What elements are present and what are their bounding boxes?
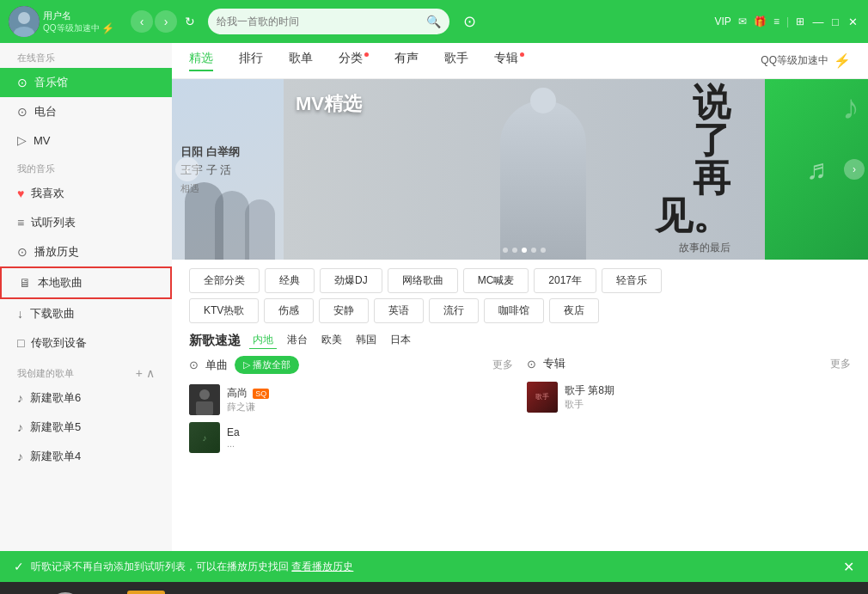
banner-main: MV精选 说了再见。 故事的最后 xyxy=(284,79,765,260)
sidebar-item-local-songs[interactable]: 🖥 本地歌曲 xyxy=(0,266,172,299)
tab-albums[interactable]: 专辑 xyxy=(494,51,524,71)
tab-playlists[interactable]: 歌单 xyxy=(289,51,313,71)
notif-link[interactable]: 查看播放历史 xyxy=(291,560,353,573)
sidebar-item-playlist-6[interactable]: ♪ 新建歌单6 xyxy=(0,383,172,413)
new-songs-section: 新歌速递 内地 港台 欧美 韩国 日本 ⊙ 单曲 ▷ xyxy=(172,332,868,551)
refresh-button[interactable]: ↻ xyxy=(179,10,201,33)
sidebar-item-history[interactable]: ⊙ 播放历史 xyxy=(0,237,172,266)
history-icon: ⊙ xyxy=(17,245,28,259)
play-all-button[interactable]: ▷ 播放全部 xyxy=(235,356,299,374)
search-icon[interactable]: 🔍 xyxy=(426,15,441,28)
song-artist-2: ... xyxy=(227,438,513,449)
cat-mc[interactable]: MC喊麦 xyxy=(463,268,529,293)
player-album-art[interactable]: ▦ xyxy=(127,591,165,594)
tabs-right: QQ等级加速中 ⚡ xyxy=(761,52,851,69)
sidebar-item-music-hall[interactable]: ⊙ 音乐馆 xyxy=(0,68,172,97)
region-tabs: 内地 港台 欧美 韩国 日本 xyxy=(249,332,414,349)
region-hktw[interactable]: 港台 xyxy=(284,332,311,349)
sq-badge: SQ xyxy=(253,389,269,399)
banner-right: ♪ ♬ › xyxy=(765,79,868,260)
sidebar-item-playlist-5[interactable]: ♪ 新建歌单5 xyxy=(0,413,172,442)
sidebar-item-mv[interactable]: ▷ MV xyxy=(0,126,172,154)
tab-artists[interactable]: 歌手 xyxy=(444,51,468,71)
tab-chart[interactable]: 排行 xyxy=(239,51,263,71)
sidebar-item-playlist[interactable]: ≡ 试听列表 xyxy=(0,208,172,237)
skin-icon[interactable]: ⊞ xyxy=(796,15,804,28)
gift-icon[interactable]: 🎁 xyxy=(754,15,767,28)
region-western[interactable]: 欧美 xyxy=(318,332,345,349)
avatar[interactable] xyxy=(9,6,40,37)
avatar-area: 用户名 QQ等级加速中 ⚡ xyxy=(9,6,120,37)
cat-internet[interactable]: 网络歌曲 xyxy=(388,268,458,293)
close-button[interactable]: ✕ xyxy=(846,15,859,28)
cat-cafe[interactable]: 咖啡馆 xyxy=(484,298,544,323)
forward-button[interactable]: › xyxy=(155,10,177,33)
svg-point-4 xyxy=(199,389,210,400)
sidebar-item-radio[interactable]: ⊙ 电台 xyxy=(0,97,172,126)
cat-sad[interactable]: 伤感 xyxy=(264,298,314,323)
cat-light[interactable]: 轻音乐 xyxy=(602,268,662,293)
maximize-button[interactable]: □ xyxy=(828,15,842,28)
tab-categories[interactable]: 分类 xyxy=(339,51,369,71)
banner-main-sub: 故事的最后 xyxy=(655,241,730,255)
tab-featured[interactable]: 精选 xyxy=(189,51,213,71)
singles-column: ⊙ 单曲 ▷ 播放全部 更多 xyxy=(189,356,513,456)
dot-5[interactable] xyxy=(541,248,546,253)
titlebar: 用户名 QQ等级加速中 ⚡ ‹ › ↻ 🔍 ⊙ VIP ✉ 🎁 ≡ | ⊞ — … xyxy=(0,0,868,43)
song-name-2: Ea xyxy=(227,426,513,438)
cat-ktv[interactable]: KTV热歌 xyxy=(189,298,259,323)
new-songs-header: 新歌速递 内地 港台 欧美 韩国 日本 xyxy=(189,332,851,349)
sidebar-item-playlist-4[interactable]: ♪ 新建歌单4 xyxy=(0,442,172,471)
albums-column: ⊙ 专辑 更多 歌手 歌手 第8期 歌手 xyxy=(527,356,851,456)
cat-all[interactable]: 全部分类 xyxy=(189,268,260,293)
playlist-header: 我创建的歌单 + ∧ xyxy=(0,358,172,383)
cat-night[interactable]: 夜店 xyxy=(549,298,599,323)
transfer-icon: □ xyxy=(17,336,24,350)
playlist-5-icon: ♪ xyxy=(17,420,23,434)
albums-more-link[interactable]: 更多 xyxy=(830,357,851,371)
dot-3[interactable] xyxy=(522,248,527,253)
banner-prev-button[interactable]: ‹ xyxy=(175,157,199,181)
song-item-2[interactable]: ♪ Ea ... xyxy=(189,419,513,456)
banner-next-button[interactable]: › xyxy=(844,159,865,180)
collapse-playlist-button[interactable]: ∧ xyxy=(146,366,155,380)
cat-dj[interactable]: 劲爆DJ xyxy=(320,268,382,293)
notif-check-icon: ✓ xyxy=(14,560,24,573)
cat-english[interactable]: 英语 xyxy=(374,298,424,323)
online-music-label: 在线音乐 xyxy=(0,43,172,68)
cat-pop[interactable]: 流行 xyxy=(429,298,479,323)
back-button[interactable]: ‹ xyxy=(131,10,153,33)
song-thumb-img-1 xyxy=(189,384,220,415)
sidebar-item-downloads[interactable]: ↓ 下载歌曲 xyxy=(0,299,172,328)
main-layout: 在线音乐 ⊙ 音乐馆 ⊙ 电台 ▷ MV 我的音乐 ♥ 我喜欢 ≡ 试听列表 ⊙… xyxy=(0,43,868,551)
menu-icon[interactable]: ≡ xyxy=(773,15,779,28)
region-mainland[interactable]: 内地 xyxy=(249,332,277,349)
add-playlist-button[interactable]: + xyxy=(136,366,143,380)
cat-2017[interactable]: 2017年 xyxy=(534,268,596,293)
mail-icon[interactable]: ✉ xyxy=(738,15,747,28)
region-japan[interactable]: 日本 xyxy=(387,332,414,349)
download-icon[interactable]: ⊙ xyxy=(463,12,476,31)
banner-dots xyxy=(503,248,546,253)
my-playlists-label: 我创建的歌单 xyxy=(17,367,74,380)
search-input[interactable] xyxy=(217,15,421,28)
cat-classic[interactable]: 经典 xyxy=(265,268,315,293)
song-item-1[interactable]: 高尚 SQ 薛之谦 xyxy=(189,381,513,419)
vip-label[interactable]: VIP xyxy=(715,15,731,28)
content-area: 精选 排行 歌单 分类 有声 歌手 专辑 QQ等级加速中 ⚡ 日阳 白举纲 王宇… xyxy=(172,43,868,551)
album-item-1[interactable]: 歌手 歌手 第8期 歌手 xyxy=(527,378,851,416)
minimize-button[interactable]: — xyxy=(811,15,825,28)
cat-quiet[interactable]: 安静 xyxy=(319,298,369,323)
new-songs-title: 新歌速递 xyxy=(189,333,241,349)
sidebar-item-transfer[interactable]: □ 传歌到设备 xyxy=(0,328,172,358)
singles-more-link[interactable]: 更多 xyxy=(492,358,513,372)
dot-4[interactable] xyxy=(531,248,536,253)
notif-close-button[interactable]: ✕ xyxy=(843,559,854,575)
dot-2[interactable] xyxy=(512,248,517,253)
category-grid-row1: 全部分类 经典 劲爆DJ 网络歌曲 MC喊麦 2017年 轻音乐 xyxy=(189,268,851,293)
sidebar-item-favorites[interactable]: ♥ 我喜欢 xyxy=(0,179,172,208)
region-korea[interactable]: 韩国 xyxy=(352,332,380,349)
tab-audio[interactable]: 有声 xyxy=(394,51,419,71)
sidebar-label-playlist-4: 新建歌单4 xyxy=(30,449,81,464)
dot-1[interactable] xyxy=(503,248,508,253)
